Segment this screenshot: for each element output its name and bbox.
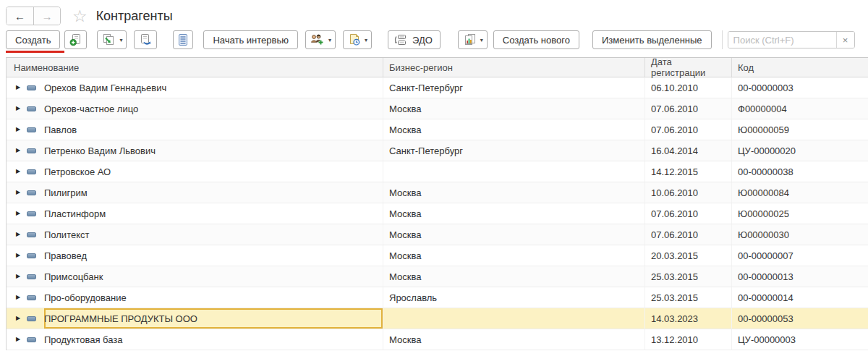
edo-label: ЭДО	[412, 35, 433, 46]
reports-button[interactable]: ▾	[458, 30, 488, 49]
back-button[interactable]: ←	[7, 7, 33, 25]
code-cell: Ю00000059	[731, 119, 868, 140]
table-row[interactable]: ▶ Пилигрим Москва 10.06.2010 Ю00000084	[7, 182, 868, 203]
doc-schedule-button[interactable]: ▾	[343, 30, 372, 49]
window-header: ← → ☆ Контрагенты	[0, 0, 868, 26]
counterparty-icon	[27, 127, 36, 132]
column-header-region[interactable]: Бизнес-регион	[383, 58, 644, 77]
add-contact-person-button[interactable]: ▾	[305, 30, 336, 49]
table-row[interactable]: ▶ Орехов-частное лицо Москва 07.06.2010 …	[7, 98, 868, 119]
region-cell: Санкт-Петербург	[383, 77, 644, 98]
counterparty-icon	[27, 169, 36, 174]
counterparty-icon	[27, 253, 36, 258]
expand-arrow-icon[interactable]: ▶	[16, 211, 20, 216]
tree-controls: ▶	[7, 77, 44, 98]
expand-arrow-icon[interactable]: ▶	[16, 232, 20, 237]
region-cell: Москва	[383, 266, 644, 287]
expand-arrow-icon[interactable]: ▶	[16, 295, 20, 300]
search-input[interactable]	[728, 32, 836, 48]
counterparty-icon	[27, 106, 36, 111]
favorite-star-icon[interactable]: ☆	[72, 8, 88, 25]
table-row[interactable]: ▶ Про-оборудование Ярославль 25.03.2015 …	[7, 287, 868, 308]
counterparty-name: Продуктовая база	[44, 329, 383, 350]
edit-selected-button[interactable]: Изменить выделенные	[592, 30, 712, 49]
table-row[interactable]: ▶ ПРОГРАММНЫЕ ПРОДУКТЫ ООО 14.03.2023 00…	[7, 308, 868, 329]
expand-arrow-icon[interactable]: ▶	[16, 316, 20, 321]
expand-arrow-icon[interactable]: ▶	[16, 274, 20, 279]
date-cell: 14.03.2023	[644, 308, 731, 329]
tree-controls: ▶	[7, 329, 44, 350]
table-row[interactable]: ▶ Пластинформ Москва 07.06.2010 Ю0000002…	[7, 203, 868, 224]
table-row[interactable]: ▶ Петренко Вадим Львович Санкт-Петербург…	[7, 140, 868, 161]
create-button[interactable]: Создать	[6, 30, 60, 49]
caret-down-icon: ▾	[365, 37, 367, 43]
forward-button[interactable]: →	[33, 7, 60, 25]
expand-arrow-icon[interactable]: ▶	[16, 85, 20, 90]
expand-arrow-icon[interactable]: ▶	[16, 127, 20, 132]
expand-arrow-icon[interactable]: ▶	[16, 253, 20, 258]
create-group-button[interactable]	[64, 30, 87, 49]
region-cell: Москва	[383, 182, 644, 203]
expand-arrow-icon[interactable]: ▶	[16, 106, 20, 111]
copy-button[interactable]: ▾	[97, 30, 127, 49]
related-list-button[interactable]	[173, 30, 193, 49]
table-row[interactable]: ▶ Орехов Вадим Геннадьевич Санкт-Петербу…	[7, 77, 868, 98]
column-header-date[interactable]: Дата регистрации	[644, 58, 731, 77]
search-clear-button[interactable]: ×	[836, 32, 854, 48]
doc-forward-button[interactable]	[134, 30, 157, 49]
table-row[interactable]: ▶ Правовед Москва 20.03.2015 00-00000007	[7, 245, 868, 266]
expand-arrow-icon[interactable]: ▶	[16, 190, 20, 195]
counterparties-table: Наименование Бизнес-регион Дата регистра…	[6, 57, 868, 350]
code-cell: 00-00000053	[731, 308, 868, 329]
table-row[interactable]: ▶ Политекст Москва 07.06.2010 Ю00000030	[7, 224, 868, 245]
counterparty-icon	[27, 316, 36, 321]
region-cell: Ярославль	[383, 287, 644, 308]
edo-button[interactable]: ЭДО	[388, 30, 441, 49]
column-header-name[interactable]: Наименование	[7, 58, 383, 77]
tree-controls: ▶	[7, 287, 44, 308]
expand-arrow-icon[interactable]: ▶	[16, 337, 20, 342]
region-cell: Москва	[383, 224, 644, 245]
name-cell: ▶ Политекст	[7, 224, 383, 245]
date-cell: 25.03.2015	[644, 287, 731, 308]
back-arrow-icon: ←	[14, 10, 25, 22]
list-card-icon	[177, 33, 189, 46]
table-row[interactable]: ▶ Петровское АО 14.12.2015 00-00000038	[7, 161, 868, 182]
create-button-red-underline-annotation	[6, 51, 64, 53]
counterparty-name: Пилигрим	[44, 182, 383, 203]
tree-controls: ▶	[7, 224, 44, 245]
search-box: ×	[728, 31, 855, 48]
region-cell	[383, 161, 644, 182]
region-cell: Москва	[383, 98, 644, 119]
toolbar-separator	[722, 30, 723, 49]
tree-controls: ▶	[7, 98, 44, 119]
caret-down-icon: ▾	[480, 37, 483, 43]
counterparty-name: Павлов	[44, 119, 383, 140]
counterparty-icon	[27, 274, 36, 279]
name-cell: ▶ Орехов-частное лицо	[7, 98, 383, 119]
code-cell: 00-00000003	[731, 77, 868, 98]
region-cell: Москва	[383, 203, 644, 224]
counterparty-icon	[27, 148, 36, 153]
create-new-button[interactable]: Создать нового	[493, 30, 579, 49]
column-header-code[interactable]: Код	[731, 58, 868, 77]
expand-arrow-icon[interactable]: ▶	[16, 169, 20, 174]
table-row[interactable]: ▶ Павлов Москва 07.06.2010 Ю00000059	[7, 119, 868, 140]
table-row[interactable]: ▶ Продуктовая база Москва 13.12.2010 ЦУ-…	[7, 329, 868, 350]
forward-arrow-icon: →	[42, 10, 53, 22]
tree-controls: ▶	[7, 161, 44, 182]
region-cell: Москва	[383, 119, 644, 140]
name-cell: ▶ Орехов Вадим Геннадьевич	[7, 77, 383, 98]
people-add-icon	[310, 33, 325, 46]
start-interview-button[interactable]: Начать интервью	[203, 30, 298, 49]
counterparty-name: Правовед	[44, 245, 383, 266]
code-cell: ЦУ-00000003	[731, 329, 868, 350]
name-cell: ▶ Петренко Вадим Львович	[7, 140, 383, 161]
region-cell	[383, 308, 644, 329]
clear-icon: ×	[843, 35, 848, 46]
date-cell: 07.06.2010	[644, 119, 731, 140]
name-cell: ▶ Пилигрим	[7, 182, 383, 203]
table-row[interactable]: ▶ Примсоцбанк Москва 25.03.2015 00-00000…	[7, 266, 868, 287]
expand-arrow-icon[interactable]: ▶	[16, 148, 20, 153]
counterparty-icon	[27, 232, 36, 237]
